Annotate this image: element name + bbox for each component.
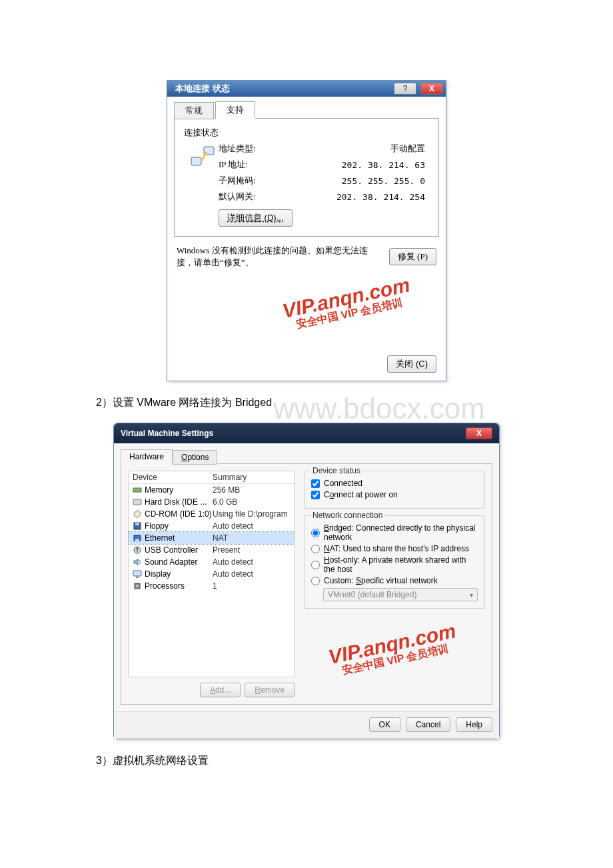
chk-connect-poweron-input[interactable] bbox=[311, 491, 320, 499]
cd-icon bbox=[133, 509, 142, 519]
svg-rect-4 bbox=[133, 488, 141, 492]
tab-options[interactable]: Options bbox=[173, 450, 217, 465]
device-name: Display bbox=[145, 569, 171, 579]
mask-value: 255. 255. 255. 0 bbox=[279, 176, 429, 186]
radio-hostonly[interactable]: Host-only: A private network shared with… bbox=[311, 555, 478, 574]
device-summary: Auto detect bbox=[213, 569, 290, 579]
radio-bridged[interactable]: Bridged: Connected directly to the physi… bbox=[311, 523, 478, 542]
svg-rect-2 bbox=[191, 157, 201, 165]
tab-support[interactable]: 支持 bbox=[215, 101, 255, 119]
cancel-button[interactable]: Cancel bbox=[406, 717, 450, 732]
device-summary: NAT bbox=[213, 533, 290, 543]
repair-message: Windows 没有检测到此连接的问题。如果您无法连接，请单击“修复”。 bbox=[177, 245, 382, 269]
col-summary: Summary bbox=[213, 473, 290, 482]
disp-icon bbox=[133, 569, 142, 579]
ip-value: 202. 38. 214. 63 bbox=[279, 160, 429, 170]
device-row[interactable]: CD-ROM (IDE 1:0)Using file D:\program fi… bbox=[129, 508, 294, 520]
tab-hardware[interactable]: Hardware bbox=[121, 449, 173, 464]
device-table: Device Summary Memory256 MBHard Disk (ID… bbox=[128, 471, 295, 677]
eth-icon bbox=[133, 533, 142, 543]
repair-button[interactable]: 修复 (P) bbox=[389, 248, 436, 265]
add-button[interactable]: Add... bbox=[200, 683, 241, 697]
device-name: Ethernet bbox=[145, 533, 175, 543]
device-summary: Auto detect bbox=[213, 521, 290, 531]
svg-rect-16 bbox=[136, 585, 139, 587]
device-name: USB Controller bbox=[145, 545, 198, 555]
vmnet-dropdown: VMnet0 (default Bridged) ▾ bbox=[323, 588, 478, 601]
close-button[interactable]: X bbox=[420, 83, 443, 95]
svg-point-7 bbox=[137, 513, 139, 515]
addr-type-value: 手动配置 bbox=[279, 143, 429, 155]
device-row[interactable]: Hard Disk (IDE ...6.0 GB bbox=[129, 496, 294, 508]
svg-rect-5 bbox=[133, 499, 141, 505]
network-connection-group: Network connection Bridged: Connected di… bbox=[304, 515, 485, 609]
device-summary: Using file D:\program file... bbox=[213, 509, 290, 519]
ip-label: IP 地址: bbox=[219, 159, 279, 171]
legend-network: Network connection bbox=[310, 511, 385, 520]
svg-rect-11 bbox=[135, 539, 139, 541]
radio-bridged-input[interactable] bbox=[311, 529, 320, 537]
device-row[interactable]: Processors1 bbox=[129, 580, 294, 592]
radio-custom-input[interactable] bbox=[311, 577, 320, 585]
gw-value: 202. 38. 214. 254 bbox=[279, 192, 429, 202]
help-button[interactable]: Help bbox=[456, 717, 492, 732]
step-3-label: 3）虚拟机系统网络设置 bbox=[96, 754, 513, 768]
device-row[interactable]: Sound AdapterAuto detect bbox=[129, 556, 294, 568]
device-row[interactable]: EthernetNAT bbox=[129, 532, 294, 544]
help-button[interactable]: ? bbox=[394, 83, 416, 95]
close-button[interactable]: X bbox=[466, 427, 492, 439]
ok-button[interactable]: OK bbox=[369, 717, 400, 732]
titlebar[interactable]: Virtual Machine Settings X bbox=[114, 423, 499, 443]
device-status-group: Device status Connected Connect at power… bbox=[304, 471, 485, 509]
gw-label: 默认网关: bbox=[219, 191, 279, 203]
svg-rect-9 bbox=[135, 523, 139, 525]
window-title: 本地连接 状态 bbox=[175, 83, 390, 95]
tab-general[interactable]: 常规 bbox=[174, 102, 214, 119]
device-name: Hard Disk (IDE ... bbox=[145, 497, 207, 507]
legend-device-status: Device status bbox=[310, 466, 363, 475]
snd-icon bbox=[133, 557, 142, 567]
device-row[interactable]: DisplayAuto detect bbox=[129, 568, 294, 580]
usb-icon bbox=[133, 545, 142, 555]
mem-icon bbox=[133, 485, 142, 495]
chk-connected-input[interactable] bbox=[311, 479, 320, 488]
device-row[interactable]: Memory256 MB bbox=[129, 484, 294, 496]
radio-custom[interactable]: Custom: Specific virtual network bbox=[311, 576, 478, 585]
radio-hostonly-input[interactable] bbox=[311, 561, 320, 569]
chk-connected[interactable]: Connected bbox=[311, 479, 478, 488]
cpu-icon bbox=[133, 581, 142, 591]
group-title-connection-status: 连接状态 bbox=[184, 127, 429, 139]
remove-button[interactable]: Remove bbox=[245, 683, 295, 697]
vm-settings-window: Virtual Machine Settings X Hardware Opti… bbox=[113, 423, 500, 739]
watermark: VIP.anqn.com 安全中国 VIP 会员培训 bbox=[281, 274, 414, 333]
details-button[interactable]: 详细信息 (D)... bbox=[219, 209, 293, 227]
close-window-button[interactable]: 关闭 (C) bbox=[387, 355, 436, 373]
svg-rect-13 bbox=[133, 571, 141, 576]
titlebar[interactable]: 本地连接 状态 ? X bbox=[167, 81, 446, 97]
mask-label: 子网掩码: bbox=[219, 175, 279, 187]
chevron-down-icon: ▾ bbox=[470, 591, 473, 599]
device-name: Sound Adapter bbox=[145, 557, 197, 567]
col-device: Device bbox=[133, 473, 213, 482]
addr-type-label: 地址类型: bbox=[219, 143, 279, 155]
radio-nat-input[interactable] bbox=[311, 545, 320, 553]
connection-icon bbox=[189, 143, 216, 169]
window-title: Virtual Machine Settings bbox=[121, 429, 466, 438]
floppy-icon bbox=[133, 521, 142, 531]
device-name: Processors bbox=[145, 581, 185, 591]
watermark: VIP.anqn.com 安全中国 VIP 会员培训 bbox=[327, 620, 460, 679]
page-watermark: www.bdocx.com bbox=[273, 392, 485, 425]
device-name: Memory bbox=[145, 485, 173, 495]
device-summary: 256 MB bbox=[213, 485, 290, 495]
device-summary: 6.0 GB bbox=[213, 497, 290, 507]
device-name: Floppy bbox=[145, 521, 169, 531]
device-summary: 1 bbox=[213, 581, 290, 591]
disk-icon bbox=[133, 497, 142, 507]
device-row[interactable]: USB ControllerPresent bbox=[129, 544, 294, 556]
device-row[interactable]: FloppyAuto detect bbox=[129, 520, 294, 532]
chk-connect-poweron[interactable]: Connect at power on bbox=[311, 490, 478, 499]
radio-nat[interactable]: NAT: Used to share the host's IP address bbox=[311, 544, 478, 553]
device-summary: Present bbox=[213, 545, 290, 555]
device-summary: Auto detect bbox=[213, 557, 290, 567]
svg-rect-14 bbox=[136, 577, 139, 578]
